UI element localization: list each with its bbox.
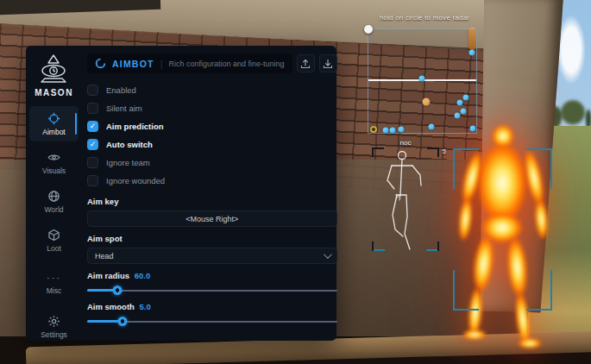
sidebar-item-world[interactable]: World: [29, 184, 79, 219]
aim-smooth-block: Aim smooth 5.0: [87, 302, 337, 326]
aim-spot-select[interactable]: Head: [87, 248, 337, 264]
aim-spot-value: Head: [95, 252, 114, 260]
radar-dot-blue: [383, 128, 389, 134]
aim-radius-block: Aim radius 60.0: [87, 271, 337, 295]
radar-dot-blue: [455, 113, 461, 119]
brand-name: MASON: [35, 88, 73, 97]
radar-widget[interactable]: [368, 28, 477, 134]
sidebar-item-label: Aimbot: [42, 128, 65, 136]
radar-dot-blue: [399, 127, 405, 133]
sidebar-item-label: Misc: [47, 286, 61, 295]
checkbox-icon[interactable]: ✓: [87, 139, 98, 150]
checkbox-label: Ignore wounded: [106, 176, 165, 185]
panel-title: AIMBOT: [112, 59, 154, 69]
checkbox-ignore-wounded[interactable]: Ignore wounded: [87, 172, 337, 190]
checkbox-icon[interactable]: ✓: [87, 121, 98, 132]
aim-radius-label: Aim radius: [87, 271, 129, 280]
ellipsis-icon: ···: [47, 273, 61, 284]
radar-dot-blue: [390, 128, 396, 134]
sidebar-item-loot[interactable]: Loot: [29, 223, 79, 258]
globe-icon: [47, 190, 60, 203]
sidebar-item-label: Loot: [47, 244, 61, 253]
chevron-down-icon: [324, 250, 332, 259]
checkbox-icon[interactable]: [87, 175, 98, 186]
eye-icon: [47, 151, 60, 164]
checkbox-aim-prediction[interactable]: ✓ Aim prediction: [87, 117, 337, 135]
aim-smooth-label: Aim smooth: [87, 302, 135, 311]
checkbox-icon[interactable]: [87, 157, 98, 168]
upload-icon: [300, 59, 311, 69]
checkbox-label: Enabled: [106, 85, 136, 95]
radar-dot-blue: [429, 124, 435, 130]
radar-dot-yellowdark: [370, 126, 377, 133]
sidebar-item-aimbot[interactable]: Aimbot: [29, 106, 79, 141]
download-icon: [323, 59, 333, 69]
radar-hint-text: hold on circle to move radar: [355, 14, 494, 22]
gear-icon: [47, 315, 60, 328]
aim-key-button[interactable]: <Mouse Right>: [87, 210, 337, 227]
checkbox-silent-aim[interactable]: Silent aim: [87, 99, 337, 117]
radar-dot-blue: [463, 95, 469, 101]
sidebar-item-settings[interactable]: Settings: [29, 309, 79, 344]
checkbox-label: Auto switch: [106, 140, 153, 149]
panel-subtitle: Rich configuration and fine-tuning: [168, 60, 284, 68]
sidebar-item-label: Visuals: [42, 166, 66, 175]
aim-smooth-value: 5.0: [140, 302, 151, 311]
cheat-menu-panel: MASON Aimbot Visuals World: [26, 46, 336, 341]
slider-thumb[interactable]: [117, 317, 127, 326]
aim-radius-slider[interactable]: [87, 286, 337, 295]
mason-eye-logo: [35, 53, 72, 85]
aim-key-label: Aim key: [87, 197, 337, 206]
radar-dot-blue: [461, 109, 467, 115]
checkbox-icon[interactable]: [87, 85, 98, 96]
game-screen: hold on circle to move radar noc 5: [0, 0, 591, 364]
header-divider: |: [160, 59, 163, 69]
cube-icon: [47, 229, 60, 242]
brand-logo: MASON: [35, 53, 73, 97]
aim-radius-value: 60.0: [135, 271, 151, 280]
checkbox-list: Enabled Silent aim ✓ Aim prediction ✓ Au…: [87, 81, 337, 190]
radar-dot-blue: [457, 100, 463, 106]
sidebar: MASON Aimbot Visuals World: [26, 46, 82, 341]
radar-dot-blue: [470, 126, 476, 132]
export-config-button[interactable]: [297, 54, 315, 72]
slider-track: [87, 290, 337, 292]
checkbox-enabled[interactable]: Enabled: [87, 81, 337, 99]
import-config-button[interactable]: [319, 54, 337, 72]
radar-drag-handle[interactable]: [364, 25, 373, 34]
panel-content: AIMBOT | Rich configuration and fine-tun…: [82, 46, 349, 341]
aim-spot-label: Aim spot: [87, 234, 337, 243]
slider-thumb[interactable]: [112, 286, 122, 295]
sidebar-item-label: World: [44, 205, 63, 214]
panel-header-bar: AIMBOT | Rich configuration and fine-tun…: [87, 53, 292, 73]
sidebar-item-misc[interactable]: ··· Misc: [29, 267, 79, 300]
checkbox-label: Aim prediction: [106, 122, 164, 131]
checkbox-auto-switch[interactable]: ✓ Auto switch: [87, 135, 337, 154]
checkbox-ignore-team[interactable]: Ignore team: [87, 154, 337, 172]
aim-smooth-slider[interactable]: [87, 317, 337, 326]
radar-dot-blue: [469, 50, 475, 56]
checkbox-label: Silent aim: [106, 104, 142, 113]
checkbox-icon[interactable]: [87, 103, 98, 114]
radar-dot-orange: [423, 98, 431, 106]
sidebar-item-visuals[interactable]: Visuals: [29, 145, 79, 180]
checkbox-label: Ignore team: [106, 158, 150, 167]
radar-dot-blue: [419, 76, 425, 82]
crosshair-icon: [47, 112, 60, 125]
spinner-icon: [95, 58, 106, 69]
sidebar-item-label: Settings: [41, 330, 67, 339]
radar-dots: [368, 29, 476, 133]
